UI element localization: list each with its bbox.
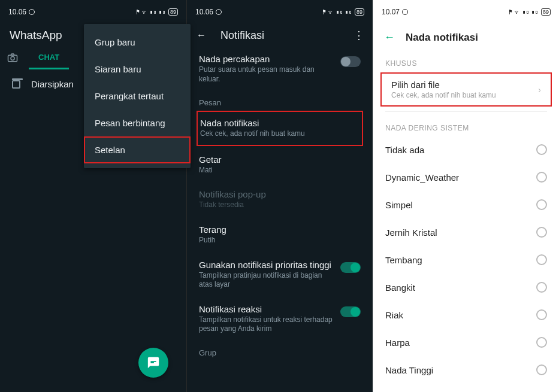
toggle-reaksi[interactable] xyxy=(340,306,361,317)
radio-icon[interactable] xyxy=(536,364,547,375)
back-icon[interactable]: ← xyxy=(197,30,206,41)
section-pesan: Pesan xyxy=(187,91,373,110)
row-pilih-file[interactable]: Pilih dari file Cek cek, ada notif nih b… xyxy=(379,71,553,108)
row-terang[interactable]: Terang Putih xyxy=(187,217,373,253)
overflow-menu: Grup baru Siaran baru Perangkat tertaut … xyxy=(84,24,191,168)
menu-siaran-baru[interactable]: Siaran baru xyxy=(84,56,191,83)
row-nada-notifikasi[interactable]: Nada notifikasi Cek cek, ada notif nih b… xyxy=(197,111,363,146)
row-popup: Notifikasi pop-up Tidak tersedia xyxy=(187,182,373,217)
radio-icon[interactable] xyxy=(536,227,547,238)
radio-icon[interactable] xyxy=(536,172,547,183)
section-system: NADA DERING SISTEM xyxy=(373,116,559,136)
radio-icon[interactable] xyxy=(536,199,547,210)
page-title: Notifikasi xyxy=(220,29,339,42)
radio-icon[interactable] xyxy=(536,309,547,320)
status-bar: 10.07 ⚑ ᯤ ▮▯ ▮▯ 89 xyxy=(373,0,559,24)
divider xyxy=(385,111,547,112)
svg-point-1 xyxy=(11,56,14,60)
radio-icon[interactable] xyxy=(536,254,547,265)
row-nada-percakapan[interactable]: Nada percakapan Putar suara untuk pesan … xyxy=(187,47,373,91)
clock-icon xyxy=(402,9,408,15)
archived-label: Diarsipkan xyxy=(31,79,74,89)
chevron-right-icon: › xyxy=(538,85,541,95)
tone-option[interactable]: Jernih Kristal xyxy=(373,218,559,246)
radio-icon[interactable] xyxy=(536,144,547,155)
camera-icon[interactable] xyxy=(7,53,19,64)
status-icons: ⚑ ᯤ ▮▯ ▮▯ 89 xyxy=(136,8,178,16)
tone-option[interactable]: Simpel xyxy=(373,191,559,218)
status-bar: 10.06 ⚑ ᯤ ▮▯ ▮▯ 89 xyxy=(187,0,373,24)
archive-icon xyxy=(12,80,20,89)
row-prioritas[interactable]: Gunakan notifikasi prioritas tinggi Tamp… xyxy=(187,253,373,297)
app-title: WhatsApp xyxy=(10,29,62,42)
radio-icon[interactable] xyxy=(536,282,547,293)
clock-icon xyxy=(216,9,222,15)
tone-option[interactable]: Tembang xyxy=(373,246,559,274)
tone-option[interactable]: Tidak ada xyxy=(373,136,559,163)
more-icon[interactable]: ⋮ xyxy=(353,29,363,42)
tone-option[interactable]: Perkusi xyxy=(373,384,559,392)
row-getar[interactable]: Getar Mati xyxy=(187,147,373,183)
clock-icon xyxy=(29,9,35,15)
back-icon[interactable]: ← xyxy=(384,31,395,44)
menu-grup-baru[interactable]: Grup baru xyxy=(84,29,191,56)
page-title: Nada notifikasi xyxy=(406,32,478,44)
status-icons: ⚑ ᯤ ▮▯ ▮▯ 89 xyxy=(322,8,364,16)
row-reaksi[interactable]: Notifikasi reaksi Tampilkan notifikasi u… xyxy=(187,297,373,341)
tab-chat[interactable]: CHAT xyxy=(29,47,69,69)
toggle-nada-percakapan[interactable] xyxy=(340,56,361,67)
tone-option[interactable]: Riak xyxy=(373,301,559,329)
tone-option[interactable]: Dynamic_Weather xyxy=(373,163,559,191)
new-chat-fab[interactable] xyxy=(138,348,168,378)
status-bar: 10.06 ⚑ ᯤ ▮▯ ▮▯ 89 xyxy=(0,0,186,24)
section-khusus: KHUSUS xyxy=(373,51,559,71)
menu-pesan-berbintang[interactable]: Pesan berbintang xyxy=(84,110,191,136)
menu-perangkat-tertaut[interactable]: Perangkat tertaut xyxy=(84,83,191,110)
tone-option[interactable]: Bangkit xyxy=(373,274,559,301)
menu-setelan[interactable]: Setelan xyxy=(84,136,191,163)
tone-option[interactable]: Nada Tinggi xyxy=(373,356,559,384)
toggle-prioritas[interactable] xyxy=(340,262,361,273)
status-icons: ⚑ ᯤ ▮▯ ▮▯ 89 xyxy=(509,8,551,16)
section-grup: Grup xyxy=(187,341,373,360)
tone-option[interactable]: Harpa xyxy=(373,329,559,356)
radio-icon[interactable] xyxy=(536,337,547,348)
